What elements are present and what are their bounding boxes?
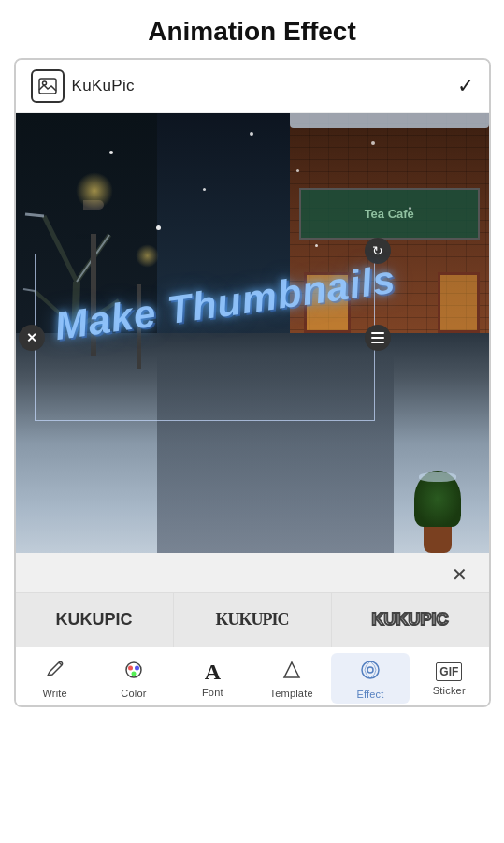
font-style-plain[interactable]: KUKUPIC (16, 593, 174, 647)
sign: Tea Cafe (299, 188, 480, 240)
font-style-outline[interactable]: KUKUPIC (332, 593, 489, 647)
sign-text: Tea Cafe (365, 207, 414, 221)
svg-line-8 (25, 214, 44, 216)
top-bar-left: KuKuPic (31, 69, 135, 103)
svg-marker-15 (284, 662, 299, 677)
snow-6 (315, 244, 318, 247)
app-name: KuKuPic (72, 77, 135, 95)
snow-8 (409, 207, 411, 210)
snow-7 (371, 141, 375, 145)
svg-line-10 (23, 289, 35, 291)
lamp-glow (76, 172, 113, 210)
plant-leaves (414, 471, 461, 527)
color-label: Color (121, 688, 146, 699)
page-title: Animation Effect (0, 0, 504, 58)
delete-handle[interactable]: ✕ (19, 325, 45, 351)
plant-snow (419, 472, 456, 482)
font-label: Font (202, 687, 223, 698)
editor-container: KuKuPic ✓ Tea Cafe (14, 58, 491, 707)
top-bar: KuKuPic ✓ (16, 60, 489, 113)
handle-line-1 (371, 332, 384, 334)
handle-line-3 (371, 342, 384, 343)
snow-1 (109, 151, 113, 154)
toolbar-item-sticker[interactable]: GIF Sticker (410, 653, 488, 704)
effect-icon (359, 659, 382, 685)
template-icon (281, 660, 302, 684)
snow-4 (296, 169, 299, 172)
potted-plant (414, 469, 461, 553)
image-icon (38, 78, 57, 94)
close-button[interactable]: ✕ (446, 560, 474, 589)
svg-point-1 (42, 81, 46, 85)
handle-line-2 (371, 337, 384, 339)
effect-label: Effect (356, 689, 383, 700)
svg-point-12 (128, 666, 133, 671)
svg-point-17 (367, 667, 373, 673)
close-row: ✕ (16, 553, 489, 592)
image-icon-box[interactable] (31, 69, 65, 103)
settings-handle[interactable] (365, 325, 391, 351)
svg-rect-0 (39, 79, 56, 94)
write-label: Write (42, 688, 66, 699)
snow-3 (156, 225, 161, 230)
toolbar: Write Color A Font Template (16, 647, 489, 705)
font-style-bold[interactable]: KUKUPIC (174, 593, 332, 647)
roof-snow (290, 113, 489, 128)
canvas-area[interactable]: Tea Cafe (16, 113, 489, 553)
sticker-icon: GIF (436, 662, 462, 681)
pot (424, 525, 452, 553)
color-icon (123, 660, 144, 684)
checkmark-button[interactable]: ✓ (457, 74, 474, 98)
bottom-panel: ✕ KUKUPIC KUKUPIC KUKUPIC Write (16, 553, 489, 705)
window-right (438, 272, 480, 333)
sticker-label: Sticker (433, 685, 466, 696)
template-label: Template (270, 688, 313, 699)
snow-2 (203, 188, 206, 191)
toolbar-item-font[interactable]: A Font (173, 653, 252, 704)
snow-5 (250, 132, 253, 136)
toolbar-item-effect[interactable]: Effect (331, 653, 410, 704)
font-icon: A (205, 661, 221, 683)
svg-point-13 (135, 666, 139, 671)
toolbar-item-write[interactable]: Write (16, 653, 94, 704)
write-icon (45, 660, 65, 684)
toolbar-item-template[interactable]: Template (252, 653, 330, 704)
svg-point-14 (131, 672, 136, 676)
toolbar-item-color[interactable]: Color (94, 653, 173, 704)
font-styles-row: KUKUPIC KUKUPIC KUKUPIC (16, 592, 489, 647)
